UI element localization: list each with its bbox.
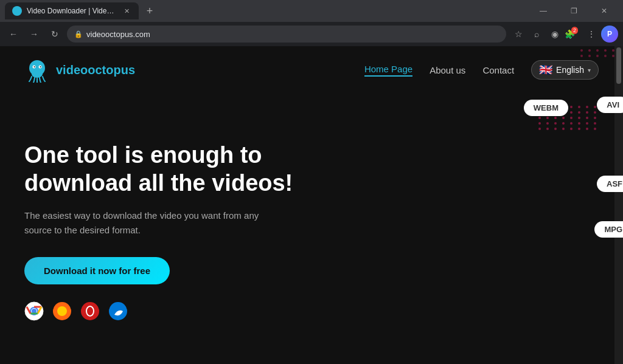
opera-icon <box>80 301 100 321</box>
svg-point-11 <box>57 306 67 316</box>
chevron-down-icon: ▾ <box>588 67 591 74</box>
download-button[interactable]: Download it now for free <box>24 257 170 284</box>
hero-section: One tool is enough to download all the v… <box>0 94 623 363</box>
hero-title: One tool is enough to download all the v… <box>24 142 312 197</box>
nav-about[interactable]: About us <box>430 65 465 75</box>
chrome-icon <box>24 301 44 321</box>
flag-icon: 🇬🇧 <box>539 63 552 77</box>
window-controls: — ❐ ✕ <box>529 0 618 22</box>
close-button[interactable]: ✕ <box>590 0 618 22</box>
format-bubble-avi: AVI <box>597 97 623 113</box>
extension-badge: 2 <box>571 27 578 34</box>
nav-links: Home Page About us Contact 🇬🇧 English ▾ <box>364 60 599 80</box>
svg-point-12 <box>81 302 99 320</box>
refresh-button[interactable]: ↻ <box>46 26 63 43</box>
language-selector[interactable]: 🇬🇧 English ▾ <box>531 60 599 80</box>
profile-icon[interactable]: P <box>601 26 618 43</box>
tab-label: Video Downloader | Video Octo... <box>27 7 117 15</box>
back-button[interactable]: ← <box>5 26 22 43</box>
format-bubble-mpg: MPG <box>594 221 623 238</box>
rss-icon[interactable]: ◉ <box>546 26 563 43</box>
logo-icon <box>24 57 50 83</box>
logo[interactable]: videooctopus <box>24 57 135 83</box>
new-tab-button[interactable]: + <box>141 2 158 19</box>
url-text: videooctopus.com <box>86 30 150 39</box>
address-bar: ← → ↻ 🔒 videooctopus.com ☆ ⌕ ◉ 🧩2 ⋮ P <box>0 22 623 46</box>
search-icon[interactable]: ⌕ <box>528 26 545 43</box>
format-bubble-asf: ASF <box>597 176 623 192</box>
svg-point-4 <box>34 66 35 67</box>
nav-home[interactable]: Home Page <box>364 64 412 77</box>
hero-subtitle: The easiest way to download the video yo… <box>24 208 280 238</box>
logo-text: videooctopus <box>56 63 135 77</box>
scrollbar-thumb[interactable] <box>616 47 621 84</box>
url-input[interactable]: 🔒 videooctopus.com <box>67 26 506 43</box>
format-bubble-webm: WEBM <box>524 100 568 116</box>
tab-favicon <box>12 6 22 16</box>
minimize-button[interactable]: — <box>529 0 557 22</box>
logo-plain: video <box>56 63 88 77</box>
menu-icon[interactable]: ⋮ <box>583 26 600 43</box>
language-label: English <box>556 65 584 75</box>
maximize-button[interactable]: ❐ <box>560 0 588 22</box>
edge-icon <box>108 301 128 321</box>
browser-icons <box>24 301 312 321</box>
extensions-icon[interactable]: 🧩2 <box>565 26 582 43</box>
active-tab[interactable]: Video Downloader | Video Octo... ✕ <box>5 2 139 19</box>
lock-icon: 🔒 <box>74 30 83 38</box>
bookmark-icon[interactable]: ☆ <box>510 26 527 43</box>
firefox-icon <box>52 301 72 321</box>
nav-contact[interactable]: Contact <box>482 65 514 75</box>
svg-point-1 <box>32 70 43 78</box>
hero-content: One tool is enough to download all the v… <box>24 142 312 320</box>
tab-bar: Video Downloader | Video Octo... ✕ + — ❐… <box>0 0 623 22</box>
tab-close-icon[interactable]: ✕ <box>122 6 131 16</box>
toolbar-icons: ☆ ⌕ ◉ 🧩2 ⋮ P <box>510 26 618 43</box>
svg-point-5 <box>40 66 41 67</box>
scrollbar[interactable] <box>614 46 623 364</box>
website-content: videooctopus Home Page About us Contact … <box>0 46 623 364</box>
site-nav: videooctopus Home Page About us Contact … <box>0 46 623 94</box>
forward-button[interactable]: → <box>26 26 43 43</box>
browser-chrome: Video Downloader | Video Octo... ✕ + — ❐… <box>0 0 623 46</box>
decorative-dots-bottom: for(let i=0;i<25;i++)document.write('<di… <box>580 46 617 57</box>
logo-accent: octopus <box>88 63 135 77</box>
